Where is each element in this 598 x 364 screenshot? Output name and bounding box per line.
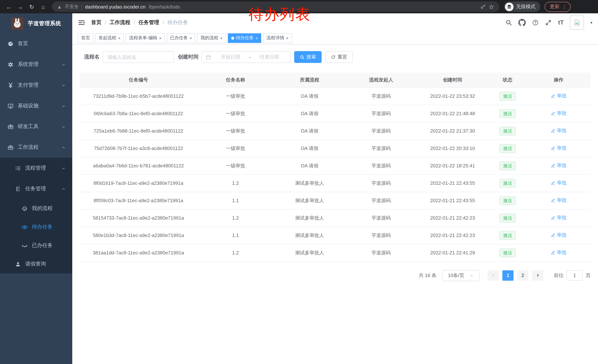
approve-link[interactable]: 审批	[551, 232, 567, 239]
cell-status: 激活	[488, 140, 527, 157]
browser-forward-icon[interactable]: →	[15, 2, 25, 12]
breadcrumb-item[interactable]: 首页	[91, 19, 101, 26]
approve-link[interactable]: 审批	[551, 145, 567, 152]
cell-time: 2022-01-21 22:42:23	[417, 209, 488, 226]
reset-button[interactable]: 重置	[325, 51, 353, 63]
tab-start-process[interactable]: 发起流程×	[95, 33, 124, 43]
org-tree-icon	[15, 186, 21, 192]
sidebar-item-label: 已办任务	[32, 242, 53, 249]
tab-home[interactable]: 首页	[78, 33, 93, 43]
sidebar-item-workflow[interactable]: 工作流程	[0, 137, 72, 158]
sidebar-item-leave-query[interactable]: 请假查询	[0, 255, 72, 273]
sidebar-item-dev-tools[interactable]: 研发工具	[0, 116, 72, 137]
cell-id: 58154733-7ac8-11ec-a9e2-a2380e71991a	[80, 209, 197, 226]
tab-done-tasks[interactable]: 已办任务×	[167, 33, 195, 43]
prev-page-button[interactable]	[488, 270, 499, 281]
approve-link[interactable]: 审批	[551, 249, 567, 256]
tab-process-form-edit[interactable]: 流程表单-编辑×	[126, 33, 165, 43]
page-size-select[interactable]: 10条/页	[442, 270, 479, 281]
sidebar-item-todo-tasks[interactable]: 待办任务	[0, 218, 72, 236]
close-icon[interactable]: ×	[286, 36, 288, 40]
cell-action: 审批	[527, 209, 590, 226]
approve-label: 审批	[557, 162, 567, 169]
date-range-picker[interactable]: 开始日期 - 结束日期	[201, 51, 291, 63]
breadcrumb-item[interactable]: 工作流程	[110, 19, 130, 26]
edit-icon	[551, 233, 556, 238]
hamburger-icon[interactable]	[78, 19, 85, 26]
password-key-icon[interactable]	[480, 4, 486, 9]
approve-link[interactable]: 审批	[551, 110, 567, 117]
process-name-input[interactable]	[103, 51, 174, 63]
search-button[interactable]: 搜索	[294, 51, 322, 63]
tab-my-process[interactable]: 我的流程×	[197, 33, 226, 43]
sidebar-item-label: 任务管理	[25, 186, 46, 192]
breadcrumb-item[interactable]: 任务管理	[139, 19, 159, 26]
end-date-placeholder[interactable]: 结束日期	[252, 54, 286, 60]
approve-link[interactable]: 审批	[551, 162, 567, 169]
annotation-todo-list: 待办列表	[249, 4, 311, 24]
goto-page-input[interactable]	[566, 270, 583, 281]
cell-time: 2022-01-22 18:25:41	[417, 157, 488, 174]
approve-label: 审批	[557, 180, 567, 186]
help-question-icon[interactable]	[532, 19, 539, 26]
cell-time: 2022-01-22 21:48:48	[417, 105, 488, 122]
close-icon[interactable]: ×	[190, 36, 192, 40]
sidebar-item-system-management[interactable]: 系统管理	[0, 54, 72, 75]
cell-status: 激活	[488, 174, 527, 192]
breadcrumb-item: 待办任务	[167, 19, 188, 26]
browser-menu-icon[interactable]: ⋮	[562, 4, 567, 9]
chevron-down-icon	[61, 83, 66, 88]
page-button-1[interactable]: 1	[502, 270, 514, 281]
bookmark-star-icon[interactable]	[489, 4, 494, 9]
sidebar-item-home[interactable]: 首页	[0, 33, 72, 54]
approve-link[interactable]: 审批	[551, 128, 567, 134]
search-icon[interactable]	[506, 19, 512, 26]
approve-link[interactable]: 审批	[551, 93, 567, 99]
sidebar-item-infrastructure[interactable]: 基础设施	[0, 96, 72, 116]
page-button-2[interactable]: 2	[517, 270, 528, 281]
tab-todo-tasks[interactable]: 待办任务×	[228, 33, 261, 43]
approve-link[interactable]: 审批	[551, 215, 567, 221]
status-badge: 激活	[499, 213, 516, 222]
close-icon[interactable]: ×	[159, 36, 162, 40]
close-icon[interactable]: ×	[118, 36, 121, 40]
incognito-label: 无痕模式	[516, 3, 535, 10]
close-icon[interactable]: ×	[256, 36, 258, 40]
tab-label: 待办任务	[236, 35, 254, 41]
avatar-caret-down-icon[interactable]: ▾	[590, 20, 592, 25]
browser-back-icon[interactable]: ←	[4, 2, 14, 12]
sidebar-item-payment-management[interactable]: 支付管理	[0, 75, 72, 96]
sidebar-item-my-process[interactable]: 我的流程	[0, 199, 72, 218]
table-row: 381aa1dd-7ac8-11ec-a9e2-a2380e71991a1.2测…	[80, 244, 590, 261]
cell-action: 审批	[527, 192, 590, 209]
robot-icon	[22, 205, 28, 212]
yen-icon	[8, 82, 14, 88]
start-date-placeholder[interactable]: 开始日期	[213, 54, 248, 60]
logo-rabbit-avatar	[11, 17, 23, 29]
browser-reload-icon[interactable]: ↻	[27, 2, 37, 12]
sidebar-item-done-tasks[interactable]: 已办任务	[0, 236, 72, 255]
chevron-down-icon	[469, 273, 474, 277]
font-size-icon[interactable]: tT	[558, 19, 564, 26]
cell-id: 725a1eb6-7b88-11ec-8ef0-acde48001122	[80, 122, 197, 140]
close-icon[interactable]: ×	[220, 36, 223, 40]
table-body: 73211d9d-7b9b-11ec-b5b7-acde48001122一级审批…	[80, 87, 590, 261]
browser-update-button[interactable]: 更新 ⋮	[545, 2, 571, 12]
tab-process-detail[interactable]: 流程详情×	[263, 33, 292, 43]
status-badge: 激活	[499, 144, 516, 153]
approve-link[interactable]: 审批	[551, 197, 567, 204]
browser-home-icon[interactable]: ⌂	[38, 2, 48, 12]
next-page-button[interactable]	[532, 270, 543, 281]
approve-link[interactable]: 审批	[551, 180, 567, 186]
avatar[interactable]	[570, 16, 584, 30]
github-icon[interactable]	[519, 19, 526, 26]
cell-time: 2022-01-21 22:43:55	[417, 174, 488, 192]
sidebar-logo[interactable]: 芋道管理系统	[0, 13, 72, 33]
sidebar-item-label: 首页	[18, 40, 28, 47]
sidebar-item-process-management[interactable]: 流程管理	[0, 158, 72, 178]
fullscreen-icon[interactable]	[545, 19, 552, 26]
sidebar-item-task-management[interactable]: 任务管理	[0, 178, 72, 199]
tab-label: 流程表单-编辑	[129, 35, 157, 41]
cell-process: OA 请假	[274, 105, 345, 122]
sidebar-item-label: 待办任务	[32, 224, 53, 230]
